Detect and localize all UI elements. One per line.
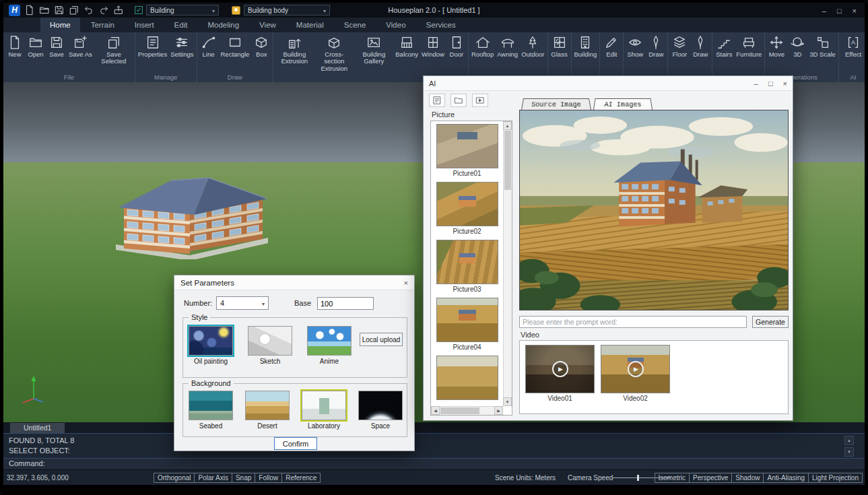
building-visibility-checkbox[interactable]: ✓ [135,6,143,14]
picture-thumbnail[interactable] [436,124,498,168]
tab-insert[interactable]: Insert [125,18,164,32]
ribbon-building-extrusion[interactable]: Building Extrusion [275,34,314,66]
building-body-select[interactable]: Building body ▾ [244,5,330,15]
status-toggle-orthogonal[interactable]: Orthogonal [154,473,195,483]
undo-icon[interactable] [83,5,95,15]
camera-speed-thumb[interactable] [637,475,639,481]
minimize-button[interactable]: – [754,79,758,88]
ribbon-save-selected[interactable]: Save Selected [94,34,133,66]
building-3d-model[interactable] [114,173,269,259]
picture-thumbnail[interactable] [436,356,498,400]
tab-home[interactable]: Home [40,18,80,32]
folder-button[interactable] [450,94,467,107]
picture-list-item[interactable]: Picture02 [431,179,503,237]
maximize-button[interactable]: □ [768,79,773,88]
background-thumbnail[interactable] [245,391,290,420]
ribbon-glass[interactable]: Glass [549,34,570,59]
media-button[interactable] [472,94,488,107]
tab-source-image[interactable]: Source Image [521,98,591,110]
ribbon-move[interactable]: Move [766,34,787,59]
status-toggle-perspective[interactable]: Perspective [689,473,732,483]
style-option-sketch[interactable]: Sketch [246,326,294,365]
tab-edit[interactable]: Edit [165,18,197,32]
status-toggle-follow[interactable]: Follow [255,473,282,483]
style-thumbnail[interactable] [189,326,233,356]
redo-icon[interactable] [98,5,110,15]
ai-dialog-titlebar[interactable]: AI – □ × [424,76,793,91]
save-selected-icon[interactable] [68,5,80,15]
picture-list-item[interactable]: Picture04 [431,295,503,353]
status-toggle-shadow[interactable]: Shadow [731,473,764,483]
status-toggle-polar-axis[interactable]: Polar Axis [194,473,232,483]
titlebar[interactable]: H ✓ Building ▾ Building body ▾ Houseplan… [3,3,865,18]
background-thumbnail[interactable] [302,391,346,420]
tab-services[interactable]: Services [417,18,465,32]
generate-button[interactable]: Generate [752,316,789,328]
scrollbar-thumb[interactable] [504,131,511,190]
tab-terrain[interactable]: Terrain [81,18,124,32]
picture-list-item[interactable] [431,353,503,406]
ribbon-show[interactable]: Show [625,34,645,59]
ribbon-window[interactable]: Window [420,34,446,59]
ribbon-balcony[interactable]: Balcony [394,34,420,59]
ribbon-edit[interactable]: Edit [601,34,622,59]
style-option-oil-painting[interactable]: Oil painting [187,326,234,365]
status-toggle-snap[interactable]: Snap [232,473,255,483]
background-option-seabed[interactable]: Seabed [187,391,234,430]
confirm-button[interactable]: Confirm [274,437,317,450]
tab-scene[interactable]: Scene [335,18,376,32]
scroll-up-button[interactable]: ▲ [844,436,854,445]
ribbon-furniture[interactable]: Furniture [735,34,763,59]
video-thumbnail[interactable]: ▶ [525,345,595,393]
ribbon-3d-scale[interactable]: 3D Scale [808,34,837,59]
close-button[interactable]: × [853,4,857,16]
number-select[interactable]: 4 ▾ [216,296,269,310]
vertical-scrollbar[interactable]: ▲ ▼ [503,121,512,406]
notes-button[interactable] [429,94,445,107]
ribbon-draw[interactable]: Draw [646,34,666,59]
video-list-item[interactable]: ▶Video01 [525,345,595,404]
background-option-space[interactable]: Space [357,391,404,430]
ribbon-cross-section-extrusion[interactable]: Cross-section Extrusion [314,34,354,73]
base-input[interactable] [317,297,374,310]
ribbon-building-gallery[interactable]: Building Gallery [354,34,393,66]
document-tab-untitled1[interactable]: Untitled1 [10,423,65,433]
status-toggle-light-projection[interactable]: Light Projection [808,473,863,483]
ribbon-building[interactable]: Building [573,34,599,59]
ribbon-3d[interactable]: 3D [787,34,807,59]
video-thumbnail[interactable]: ▶ [601,345,670,393]
status-toggle-isometric[interactable]: Isometric [655,473,690,483]
scrollbar-thumb[interactable] [440,407,479,414]
style-option-anime[interactable]: Anime [306,326,353,365]
ribbon-effect[interactable]: AEffect [843,34,863,59]
new-file-icon[interactable] [24,5,36,15]
style-thumbnail[interactable] [248,326,292,356]
ribbon-door[interactable]: Door [446,34,467,59]
ribbon-stairs[interactable]: Stairs [714,34,734,59]
style-thumbnail[interactable] [307,326,352,356]
background-option-laboratory[interactable]: Laboratory [300,391,347,430]
close-button[interactable]: × [404,279,408,287]
ribbon-box[interactable]: Box [251,34,271,59]
ribbon-properties[interactable]: Properties [137,34,168,59]
tab-video[interactable]: Video [376,18,415,32]
tab-view[interactable]: View [250,18,286,32]
set-parameters-titlebar[interactable]: Set Parameters × [174,275,414,290]
scroll-right-button[interactable]: ▶ [494,406,503,415]
picture-list-item[interactable]: Picture03 [431,237,503,295]
horizontal-scrollbar[interactable]: ◀ ▶ [431,406,503,415]
save-icon[interactable] [53,5,65,15]
ribbon-floor[interactable]: Floor [669,34,690,59]
scroll-left-button[interactable]: ◀ [431,406,440,415]
ribbon-awning[interactable]: Awning [496,34,519,59]
scroll-down-button[interactable]: ▼ [503,397,512,406]
maximize-button[interactable]: □ [837,4,842,16]
ribbon-new[interactable]: New [5,34,25,59]
picture-list-item[interactable]: Picture01 [431,121,503,179]
ribbon-settings[interactable]: Settings [169,34,195,59]
local-upload-button[interactable]: Local upload [360,333,403,346]
status-toggle-reference[interactable]: Reference [281,473,321,483]
tab-modeling[interactable]: Modeling [198,18,248,32]
scroll-down-button[interactable]: ▼ [844,447,854,457]
prompt-input[interactable] [519,316,747,328]
